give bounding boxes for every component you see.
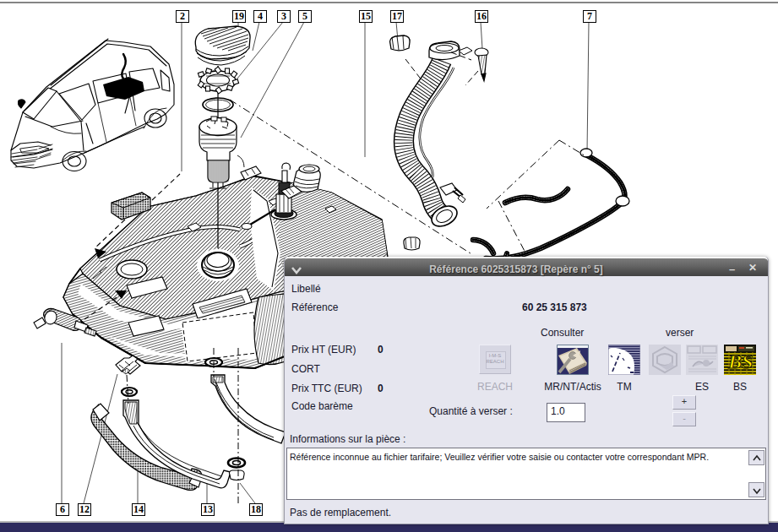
svg-text:BS: BS <box>727 350 753 372</box>
